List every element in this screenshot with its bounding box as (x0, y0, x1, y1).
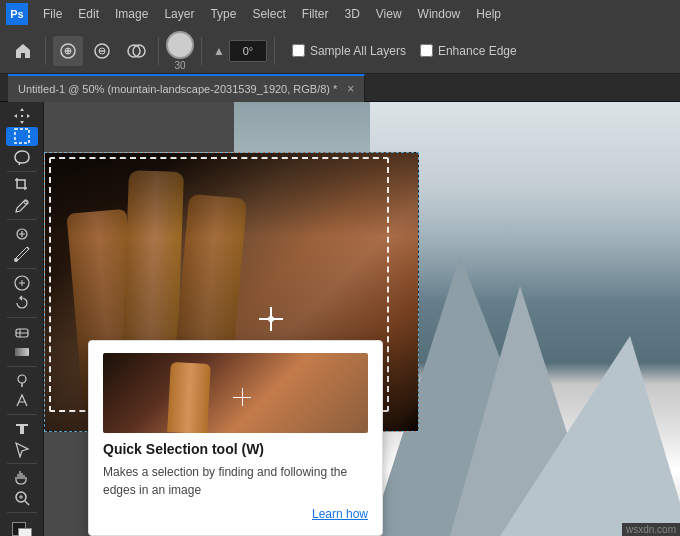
healing-brush-btn[interactable] (6, 224, 38, 244)
foreground-color-btn[interactable] (6, 516, 38, 536)
brush-circle[interactable] (166, 31, 194, 59)
menu-type[interactable]: Type (203, 5, 243, 23)
lasso-tool-btn[interactable] (6, 147, 38, 167)
quick-selection-subtract-btn[interactable] (87, 36, 117, 66)
crop-tool-btn[interactable] (6, 175, 38, 195)
lt-separator-6 (7, 414, 37, 415)
hand-tool-btn[interactable] (6, 468, 38, 488)
lt-separator-3 (7, 268, 37, 269)
svg-rect-6 (21, 115, 23, 117)
zoom-tool-btn[interactable] (6, 488, 38, 508)
menu-file[interactable]: File (36, 5, 69, 23)
type-tool-btn[interactable] (6, 419, 38, 439)
tooltip-cursor (233, 388, 251, 406)
menu-view[interactable]: View (369, 5, 409, 23)
svg-point-10 (14, 258, 18, 262)
brush-tool-btn[interactable] (6, 245, 38, 265)
lt-separator-5 (7, 366, 37, 367)
svg-rect-12 (15, 348, 29, 356)
lt-separator-4 (7, 317, 37, 318)
left-toolbar (0, 102, 44, 536)
tooltip-thumbnail (103, 353, 368, 433)
enhance-edge-checkbox[interactable] (420, 44, 433, 57)
menu-window[interactable]: Window (411, 5, 468, 23)
tab-close-btn[interactable]: × (347, 82, 354, 96)
canvas-area[interactable]: Quick Selection tool (W) Makes a selecti… (44, 102, 680, 536)
gradient-tool-btn[interactable] (6, 342, 38, 362)
menu-help[interactable]: Help (469, 5, 508, 23)
lt-separator-2 (7, 219, 37, 220)
quick-selection-intersect-btn[interactable] (121, 36, 151, 66)
tooltip-finger (167, 362, 211, 433)
enhance-edge-label: Enhance Edge (438, 44, 517, 58)
menu-edit[interactable]: Edit (71, 5, 106, 23)
status-bar: wsxdn.com (622, 523, 680, 536)
sample-all-layers-option[interactable]: Sample All Layers (292, 44, 406, 58)
angle-container: ▲ (213, 40, 267, 62)
toolbar-separator-2 (158, 37, 159, 65)
toolbar-separator-4 (274, 37, 275, 65)
menu-image[interactable]: Image (108, 5, 155, 23)
sample-all-layers-checkbox[interactable] (292, 44, 305, 57)
home-button[interactable] (8, 36, 38, 66)
eraser-tool-btn[interactable] (6, 322, 38, 342)
menu-3d[interactable]: 3D (337, 5, 366, 23)
quick-selection-add-btn[interactable] (53, 36, 83, 66)
tooltip-panel: Quick Selection tool (W) Makes a selecti… (88, 340, 383, 536)
angle-icon: ▲ (213, 44, 225, 58)
enhance-edge-option[interactable]: Enhance Edge (420, 44, 517, 58)
toolbar-separator-1 (45, 37, 46, 65)
move-tool-btn[interactable] (6, 106, 38, 126)
tooltip-title: Quick Selection tool (W) (103, 441, 368, 457)
toolbar-separator-3 (201, 37, 202, 65)
brush-size-picker[interactable]: 30 (166, 31, 194, 71)
history-brush-btn[interactable] (6, 293, 38, 313)
marquee-tool-btn[interactable] (6, 127, 38, 147)
pen-tool-btn[interactable] (6, 391, 38, 411)
options-toolbar: 30 ▲ Sample All Layers Enhance Edge (0, 28, 680, 74)
menu-bar: Ps File Edit Image Layer Type Select Fil… (0, 0, 680, 28)
brush-size-label: 30 (174, 60, 185, 71)
main-area: Quick Selection tool (W) Makes a selecti… (0, 102, 680, 536)
svg-rect-7 (15, 129, 29, 143)
clone-stamp-btn[interactable] (6, 273, 38, 293)
menu-filter[interactable]: Filter (295, 5, 336, 23)
lt-separator-7 (7, 463, 37, 464)
app-logo: Ps (6, 3, 28, 25)
lt-separator-1 (7, 171, 37, 172)
path-selection-btn[interactable] (6, 440, 38, 460)
eyedropper-tool-btn[interactable] (6, 196, 38, 216)
tab-title: Untitled-1 @ 50% (mountain-landscape-203… (18, 83, 337, 95)
document-tab[interactable]: Untitled-1 @ 50% (mountain-landscape-203… (8, 74, 365, 102)
tab-bar: Untitled-1 @ 50% (mountain-landscape-203… (0, 74, 680, 102)
mountain-peak-3 (500, 336, 680, 536)
menu-select[interactable]: Select (245, 5, 292, 23)
dodge-tool-btn[interactable] (6, 370, 38, 390)
sample-all-layers-label: Sample All Layers (310, 44, 406, 58)
tooltip-learn-link[interactable]: Learn how (103, 507, 368, 521)
angle-input[interactable] (229, 40, 267, 62)
tooltip-description: Makes a selection by finding and followi… (103, 463, 368, 499)
menu-layer[interactable]: Layer (157, 5, 201, 23)
lt-separator-8 (7, 512, 37, 513)
svg-point-13 (18, 375, 26, 383)
